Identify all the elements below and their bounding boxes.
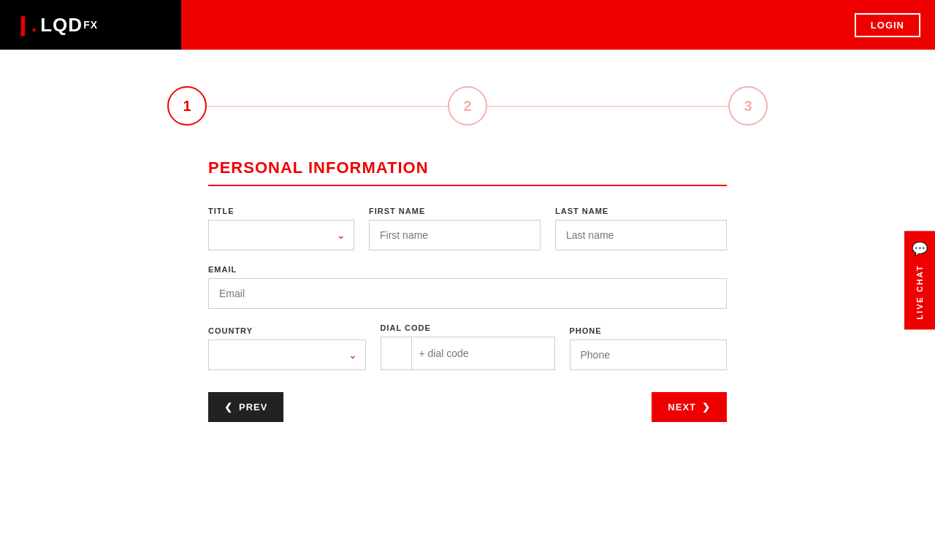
logo: ❙. LQDFX [15, 14, 98, 37]
next-button[interactable]: NEXT ❯ [652, 392, 727, 422]
dial-code-label: DIAL CODE [381, 323, 555, 332]
last-name-input[interactable] [555, 220, 727, 250]
header-red-bar: LOGIN [181, 0, 935, 50]
last-name-group: LAST NAME [555, 207, 727, 250]
step-line-1 [207, 106, 448, 107]
form-row-2: EMAIL [208, 265, 727, 309]
logo-fx: FX [83, 19, 98, 31]
form-row-1: TITLE Mr Mrs Ms Dr ⌄ FIRST NAME LAST NAM… [208, 207, 727, 250]
section-title: PERSONAL INFORMATION [208, 158, 727, 186]
prev-label: PREV [239, 402, 267, 413]
dial-row [381, 337, 555, 370]
title-select-wrapper: Mr Mrs Ms Dr ⌄ [208, 220, 354, 250]
email-input[interactable] [208, 278, 727, 309]
next-label: NEXT [668, 402, 696, 413]
step-3-wrapper: 3 [728, 86, 768, 126]
nav-buttons: ❮ PREV NEXT ❯ [208, 392, 727, 422]
step-2-wrapper: 2 [448, 86, 487, 126]
prev-arrow-icon: ❮ [224, 402, 233, 413]
country-select[interactable] [208, 340, 366, 370]
form-container: PERSONAL INFORMATION TITLE Mr Mrs Ms Dr … [102, 158, 833, 422]
header: ❙. LQDFX LOGIN [0, 0, 935, 50]
step-1-wrapper: 1 [167, 86, 207, 126]
phone-input[interactable] [570, 340, 728, 370]
steps-container: 1 2 3 [0, 86, 935, 126]
first-name-input[interactable] [369, 220, 541, 250]
step-line-2 [487, 106, 728, 107]
phone-label: PHONE [570, 326, 728, 335]
live-chat-widget[interactable]: 💬 LIVE CHAT [904, 231, 935, 329]
first-name-group: FIRST NAME [369, 207, 541, 250]
chat-icon: 💬 [912, 241, 928, 257]
title-label: TITLE [208, 207, 354, 215]
form-row-3: COUNTRY ⌄ DIAL CODE PHONE [208, 323, 727, 370]
login-button[interactable]: LOGIN [855, 13, 920, 37]
title-select[interactable]: Mr Mrs Ms Dr [208, 220, 354, 250]
email-group: EMAIL [208, 265, 727, 309]
email-label: EMAIL [208, 265, 727, 274]
logo-icon: ❙. [15, 14, 37, 37]
country-select-wrapper: ⌄ [208, 340, 366, 370]
flag-box [381, 337, 411, 370]
country-group: COUNTRY ⌄ [208, 326, 366, 370]
step-2-circle: 2 [448, 86, 487, 126]
prev-button[interactable]: ❮ PREV [208, 392, 283, 422]
dial-code-input[interactable] [411, 337, 555, 370]
logo-lqd: LQD [40, 14, 83, 37]
dial-code-group: DIAL CODE [381, 323, 555, 370]
phone-group: PHONE [570, 326, 728, 370]
live-chat-label: LIVE CHAT [915, 264, 924, 319]
first-name-label: FIRST NAME [369, 207, 541, 215]
header-logo-black: ❙. LQDFX [0, 0, 181, 50]
step-1-circle: 1 [167, 86, 207, 126]
step-3-circle: 3 [728, 86, 768, 126]
country-label: COUNTRY [208, 326, 366, 335]
last-name-label: LAST NAME [555, 207, 727, 215]
next-arrow-icon: ❯ [702, 402, 711, 413]
title-group: TITLE Mr Mrs Ms Dr ⌄ [208, 207, 354, 250]
